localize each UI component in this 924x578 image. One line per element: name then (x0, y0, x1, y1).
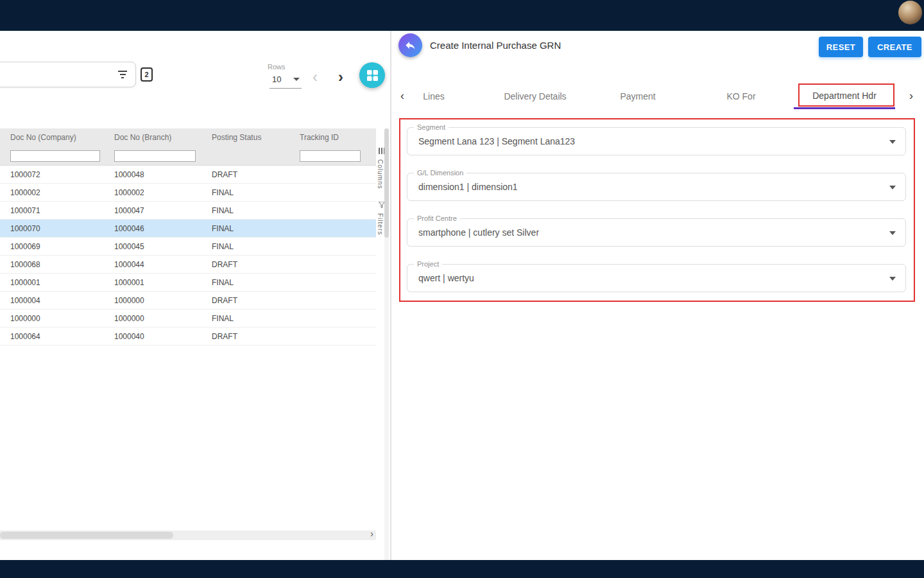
tab-department-hdr[interactable]: Department Hdr (794, 83, 895, 109)
tab-lines[interactable]: Lines (383, 83, 484, 109)
cell-posting-status: DRAFT (201, 170, 289, 179)
documents-table: Doc No (Company) Doc No (Branch) Posting… (0, 128, 376, 346)
vertical-scrollbar-thumb[interactable] (384, 128, 389, 238)
rows-per-page-label: Rows (268, 63, 286, 71)
cell-doc-company: 1000004 (0, 296, 104, 305)
profit-centre-select[interactable]: Profit Centre smartphone | cutlery set S… (407, 218, 906, 247)
table-row[interactable]: 1000072 1000048 DRAFT (0, 166, 376, 184)
back-arrow-icon (404, 39, 416, 51)
cell-posting-status: FINAL (201, 242, 289, 251)
chevron-down-icon (889, 140, 896, 144)
cell-posting-status: FINAL (201, 188, 289, 197)
top-navbar (0, 0, 924, 31)
cell-doc-branch: 1000047 (104, 206, 201, 215)
table-row[interactable]: 1000002 1000002 FINAL (0, 184, 376, 202)
segment-value: Segment Lana 123 | Segment Lana123 (418, 128, 575, 155)
table-row[interactable]: 1000068 1000044 DRAFT (0, 256, 376, 274)
document-list-panel: 2 Rows 10 ‹ › Doc No (Company) Doc No (B… (0, 31, 390, 560)
table-row[interactable]: 1000071 1000047 FINAL (0, 202, 376, 220)
horizontal-scrollbar-thumb[interactable] (0, 532, 173, 539)
table-row[interactable]: 1000004 1000000 DRAFT (0, 292, 376, 310)
cell-doc-branch: 1000044 (104, 260, 201, 269)
chevron-down-icon (889, 231, 896, 235)
table-row-selected[interactable]: 1000070 1000046 FINAL (0, 220, 376, 238)
table-row[interactable]: 1000000 1000000 FINAL (0, 310, 376, 328)
cell-doc-company: 1000001 (0, 278, 104, 287)
column-header-doc-branch[interactable]: Doc No (Branch) (104, 133, 201, 142)
project-value: qwert | wertyu (418, 265, 474, 292)
cell-doc-branch: 1000000 (104, 314, 201, 323)
cell-doc-company: 1000071 (0, 206, 104, 215)
table-header-row: Doc No (Company) Doc No (Branch) Posting… (0, 128, 376, 146)
bottom-navbar (0, 560, 924, 578)
user-avatar[interactable] (898, 1, 922, 24)
tab-payment[interactable]: Payment (587, 83, 689, 109)
cell-posting-status: FINAL (201, 314, 289, 323)
filter-input-tracking-id[interactable] (300, 150, 361, 162)
cell-doc-company: 1000064 (0, 332, 104, 341)
cell-doc-branch: 1000001 (104, 278, 201, 287)
filter-input-doc-branch[interactable] (114, 150, 196, 162)
page-title: Create Internal Purchase GRN (430, 40, 561, 51)
cell-doc-branch: 1000002 (104, 188, 201, 197)
cell-doc-company: 1000000 (0, 314, 104, 323)
cell-doc-branch: 1000048 (104, 170, 201, 179)
table-filter-row (0, 146, 376, 166)
filters-tool-label: Filters (377, 213, 384, 235)
project-select[interactable]: Project qwert | wertyu (407, 264, 906, 292)
gl-dimension-select[interactable]: G/L Dimension dimension1 | dimension1 (407, 173, 906, 201)
profit-centre-value: smartphone | cutlery set Silver (418, 219, 539, 247)
rows-per-page-value: 10 (272, 74, 281, 84)
cell-doc-branch: 1000040 (104, 332, 201, 341)
table-row[interactable]: 1000069 1000045 FINAL (0, 238, 376, 256)
cell-doc-company: 1000072 (0, 170, 104, 179)
scroll-right-arrow[interactable]: › (370, 529, 373, 539)
table-row[interactable]: 1000064 1000040 DRAFT (0, 328, 376, 346)
create-grn-panel: Create Internal Purchase GRN RESET CREAT… (391, 31, 924, 560)
pagination-prev-button[interactable]: ‹ (312, 68, 318, 86)
cell-posting-status: FINAL (201, 206, 289, 215)
chevron-down-icon (293, 78, 300, 81)
cell-doc-branch: 1000046 (104, 224, 201, 233)
cell-doc-branch: 1000045 (104, 242, 201, 251)
cell-posting-status: FINAL (201, 278, 289, 287)
search-input[interactable] (0, 62, 136, 87)
tabs-scroll-right-button[interactable]: › (909, 83, 913, 109)
column-header-doc-company[interactable]: Doc No (Company) (0, 133, 104, 142)
table-row[interactable]: 1000001 1000001 FINAL (0, 274, 376, 292)
cell-doc-company: 1000002 (0, 188, 104, 197)
back-button[interactable] (398, 33, 422, 57)
cell-doc-company: 1000068 (0, 260, 104, 269)
chevron-down-icon (889, 277, 896, 281)
columns-tool-label: Columns (377, 159, 384, 189)
cell-posting-status: DRAFT (201, 260, 289, 269)
tab-delivery-details[interactable]: Delivery Details (484, 83, 586, 109)
filter-input-doc-company[interactable] (10, 150, 100, 162)
column-header-posting-status[interactable]: Posting Status (201, 133, 289, 142)
gl-dimension-value: dimension1 | dimension1 (418, 173, 518, 201)
vertical-scrollbar[interactable] (384, 128, 389, 563)
tab-ko-for[interactable]: KO For (690, 83, 792, 109)
cell-posting-status: DRAFT (201, 296, 289, 305)
cell-doc-company: 1000069 (0, 242, 104, 251)
segment-select[interactable]: Segment Segment Lana 123 | Segment Lana1… (407, 127, 906, 155)
chevron-down-icon (889, 186, 896, 189)
rows-per-page-select[interactable]: 10 (270, 72, 302, 89)
create-button[interactable]: CREATE (868, 37, 921, 57)
pagination-next-button[interactable]: › (338, 68, 343, 86)
view-module-icon (367, 70, 378, 81)
column-header-tracking-id[interactable]: Tracking ID (289, 133, 376, 142)
document-2-icon[interactable]: 2 (141, 67, 153, 82)
reset-button[interactable]: RESET (819, 37, 863, 57)
cell-doc-branch: 1000000 (104, 296, 201, 305)
cell-posting-status: FINAL (201, 224, 289, 233)
filter-list-icon[interactable] (118, 71, 127, 78)
cell-doc-company: 1000070 (0, 224, 104, 233)
grid-view-button[interactable] (359, 62, 385, 88)
cell-posting-status: DRAFT (201, 332, 289, 341)
horizontal-scrollbar[interactable]: › (0, 530, 376, 540)
